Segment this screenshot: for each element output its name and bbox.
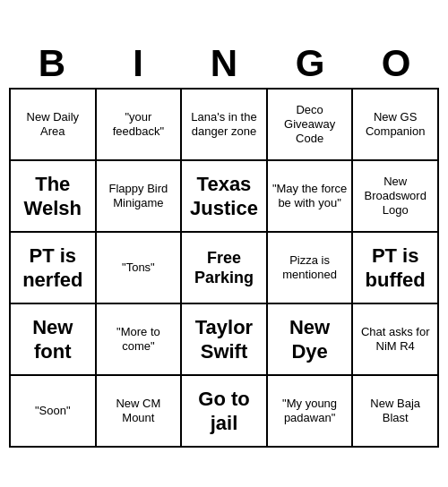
bingo-cell-8: "May the force be with you" <box>268 161 354 233</box>
bingo-cell-16: "More to come" <box>97 304 183 376</box>
bingo-letter-n: N <box>181 39 267 88</box>
bingo-cell-13: Pizza is mentioned <box>268 233 354 304</box>
bingo-cell-21: New CM Mount <box>97 376 183 448</box>
bingo-cell-23: "My young padawan" <box>268 376 354 448</box>
bingo-letter-g: G <box>267 39 353 88</box>
bingo-cell-20: "Soon" <box>11 376 97 448</box>
bingo-cell-11: "Tons" <box>97 233 183 304</box>
bingo-cell-1: "your feedback" <box>97 90 183 161</box>
bingo-cell-2: Lana's in the danger zone <box>182 90 268 161</box>
bingo-cell-22: Go to jail <box>182 376 268 448</box>
bingo-cell-18: New Dye <box>268 304 354 376</box>
bingo-cell-4: New GS Companion <box>353 90 439 161</box>
bingo-letter-i: I <box>95 39 181 88</box>
bingo-cell-12: Free Parking <box>182 233 268 304</box>
bingo-cell-19: Chat asks for NiM R4 <box>353 304 439 376</box>
bingo-letter-b: B <box>9 39 95 88</box>
bingo-cell-7: Texas Justice <box>182 161 268 233</box>
bingo-cell-15: New font <box>11 304 97 376</box>
bingo-card: BINGO New Daily Area"your feedback"Lana'… <box>9 39 439 448</box>
bingo-cell-17: Taylor Swift <box>182 304 268 376</box>
bingo-cell-24: New Baja Blast <box>353 376 439 448</box>
bingo-cell-6: Flappy Bird Minigame <box>97 161 183 233</box>
bingo-letter-o: O <box>353 39 439 88</box>
bingo-cell-9: New Broadsword Logo <box>353 161 439 233</box>
bingo-header: BINGO <box>9 39 439 88</box>
bingo-cell-5: The Welsh <box>11 161 97 233</box>
bingo-cell-0: New Daily Area <box>11 90 97 161</box>
bingo-grid: New Daily Area"your feedback"Lana's in t… <box>9 88 439 448</box>
bingo-cell-14: PT is buffed <box>353 233 439 304</box>
bingo-cell-10: PT is nerfed <box>11 233 97 304</box>
bingo-cell-3: Deco Giveaway Code <box>268 90 354 161</box>
